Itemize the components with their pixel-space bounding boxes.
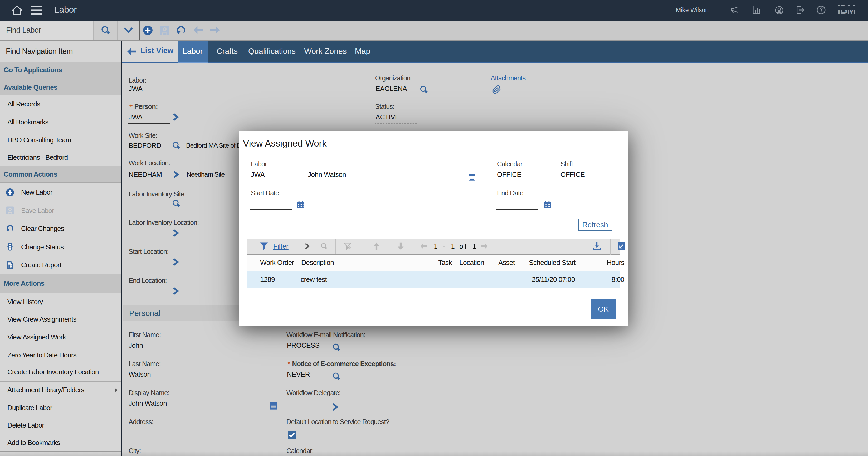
col-task[interactable]: Task [438,259,452,267]
back-to-list-view[interactable]: List View [122,41,178,62]
menu-icon[interactable] [30,0,43,20]
sidebar-item-add-to-bookmarks[interactable]: Add to Bookmarks [0,434,121,452]
filter-link[interactable]: Filter [273,243,288,250]
person-field[interactable] [128,117,170,124]
dialog-shift-field[interactable] [560,175,603,180]
sidebar-section-go-to-applications[interactable]: Go To Applications [0,61,121,79]
workflow-delegate-chevron-icon[interactable] [333,403,338,411]
sidebar-item-view-crew-assignments[interactable]: View Crew Assignments [0,310,121,328]
ecommerce-exceptions-field[interactable] [286,374,330,381]
labor-inventory-location-field[interactable] [128,228,170,235]
dialog-start-date-field[interactable] [250,203,292,210]
work-site-field[interactable] [128,146,170,152]
col-asset[interactable]: Asset [498,259,515,267]
sidebar-item-zero-year-to-date-hours[interactable]: Zero Year to Date Hours [0,346,121,363]
tab-map[interactable]: Map [353,41,372,62]
sidebar-section-available-queries[interactable]: Available Queries [0,79,121,96]
sidebar-item-create-report[interactable]: Create Report [0,256,121,274]
profile-icon[interactable] [771,0,787,20]
move-up-icon-disabled[interactable] [373,243,380,250]
tab-labor[interactable]: Labor [178,41,208,62]
address-field[interactable] [128,432,267,439]
download-icon[interactable] [592,242,601,251]
dialog-labor-field[interactable] [250,175,292,180]
person-detail-chevron-icon[interactable] [174,113,179,121]
sidebar-item-electricians-bedford[interactable]: Electricians - Bedford [0,148,121,166]
sidebar-section-more-actions[interactable]: More Actions [0,274,121,293]
start-location-chevron-icon[interactable] [174,258,179,266]
labor-inventory-site-field[interactable] [128,199,170,206]
user-name[interactable]: Mike Wilson [676,0,709,20]
display-name-field[interactable] [128,403,267,410]
end-location-field[interactable] [128,286,170,293]
sidebar-item-attachment-library-folders[interactable]: Attachment Library/Folders [0,381,121,399]
end-location-chevron-icon[interactable] [174,287,179,295]
clear-filter-icon-disabled[interactable] [343,243,351,250]
work-site-search-icon[interactable] [172,141,181,150]
next-record-button[interactable] [207,20,223,40]
attachments-link[interactable]: Attachments [491,74,525,82]
workflow-delegate-field[interactable] [286,402,330,409]
logout-icon[interactable] [792,0,808,20]
ecommerce-exceptions-search-icon[interactable] [332,372,341,381]
end-date-calendar-icon[interactable] [544,201,551,209]
work-location-detail-chevron-icon[interactable] [174,171,179,178]
sidebar-item-clear-changes[interactable]: Clear Changes [0,219,121,238]
display-name-detail-icon[interactable] [270,402,277,409]
col-location[interactable]: Location [459,259,484,267]
work-location-description-field[interactable] [186,174,248,181]
sidebar-item-view-history[interactable]: View History [0,293,121,310]
new-record-button[interactable] [140,20,156,40]
next-page-icon[interactable] [481,244,488,249]
tab-crafts[interactable]: Crafts [208,41,246,62]
sidebar-item-delete-labor[interactable]: Delete Labor [0,416,121,434]
tab-work-zones[interactable]: Work Zones [298,41,353,62]
col-work-order[interactable]: Work Order [260,259,294,267]
status-field[interactable] [375,117,417,124]
labor-field[interactable] [128,88,170,95]
last-name-field[interactable] [128,374,267,381]
expand-filter-chevron-icon[interactable] [305,243,310,250]
organization-field[interactable] [375,88,417,95]
first-name-field[interactable] [128,345,170,352]
dialog-labor-display-field[interactable] [307,175,476,180]
table-row[interactable]: 1289 crew test 25/11/20 07:00 8:00 [247,271,620,288]
report-chart-icon[interactable] [748,0,765,20]
start-location-field[interactable] [128,257,170,264]
paperclip-icon[interactable] [492,85,501,94]
col-scheduled-start[interactable]: Scheduled Start [529,259,576,267]
home-icon[interactable] [6,0,28,20]
announcements-icon[interactable] [726,0,743,20]
workflow-email-search-icon[interactable] [332,343,341,352]
sidebar-item-all-bookmarks[interactable]: All Bookmarks [0,113,121,131]
col-description[interactable]: Description [301,259,334,267]
sidebar-item-duplicate-labor[interactable]: Duplicate Labor [0,399,121,416]
table-search-icon-disabled[interactable] [320,243,328,250]
move-down-icon-disabled[interactable] [397,243,404,250]
start-date-calendar-icon[interactable] [297,201,305,209]
labor-inventory-site-search-icon[interactable] [172,199,181,208]
restore-dialog-icon[interactable] [617,243,625,250]
col-hours[interactable]: Hours [607,259,624,267]
sidebar-item-create-labor-inventory-location[interactable]: Create Labor Inventory Location [0,363,121,381]
sidebar-item-new-labor[interactable]: New Labor [0,183,121,202]
sidebar-section-common-actions[interactable]: Common Actions [0,166,121,183]
sidebar-item-dbo-consulting-team[interactable]: DBO Consulting Team [0,131,121,148]
sidebar-item-view-assigned-work[interactable]: View Assigned Work [0,328,121,346]
select-action-chevron[interactable] [117,20,139,40]
previous-page-icon[interactable] [420,244,427,249]
default-location-checkbox[interactable] [288,431,296,439]
previous-record-button[interactable] [189,20,206,40]
ok-button[interactable]: OK [591,299,615,319]
find-record-input[interactable]: Find Labor [0,20,93,40]
workflow-email-field[interactable] [286,345,330,352]
sidebar-item-change-status[interactable]: Change Status [0,238,121,256]
find-navigation-input[interactable]: Find Navigation Item [0,41,121,62]
search-button[interactable] [93,20,117,40]
work-site-description-field[interactable] [186,146,248,152]
save-record-button[interactable] [156,20,173,40]
clear-changes-button[interactable] [173,20,189,40]
sidebar-item-all-records[interactable]: All Records [0,96,121,113]
tab-qualifications[interactable]: Qualifications [246,41,298,62]
labor-inventory-location-chevron-icon[interactable] [174,229,179,237]
